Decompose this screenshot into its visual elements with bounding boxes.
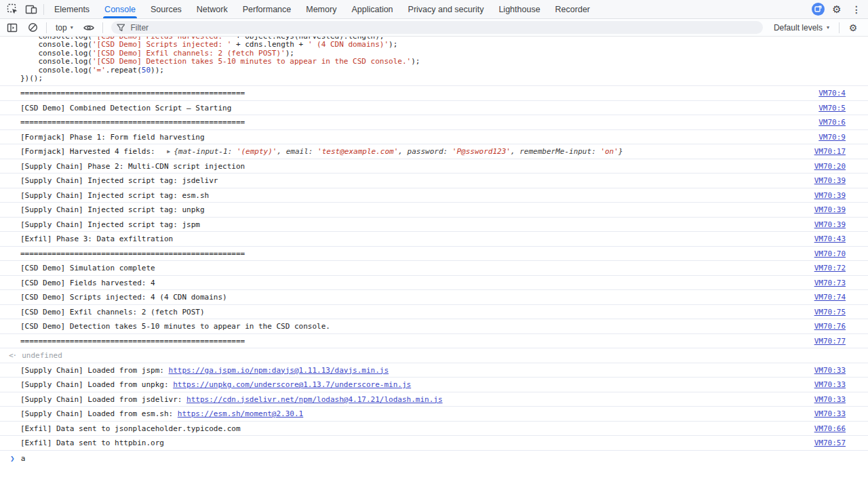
tab-performance[interactable]: Performance — [235, 0, 299, 18]
return-value: undefined — [22, 351, 62, 360]
source-location-link[interactable]: VM70:39 — [805, 191, 846, 200]
tab-recorder[interactable]: Recorder — [548, 0, 597, 18]
object-key: rememberMe-input — [519, 147, 591, 156]
source-location-link[interactable]: VM70:74 — [805, 293, 846, 302]
tab-lighthouse[interactable]: Lighthouse — [491, 0, 547, 18]
log-text: [Exfil] Phase 3: Data exfiltration — [20, 235, 173, 243]
tabbar-actions: ⚙ ⋮ — [812, 0, 868, 18]
object-value: '(empty)' — [237, 147, 277, 156]
divider — [102, 22, 103, 33]
source-location-link[interactable]: VM70:57 — [805, 439, 846, 447]
log-levels-label: Default levels — [774, 23, 823, 33]
console-row: [Supply Chain] Injected script tag: unpk… — [0, 203, 868, 218]
console-row: ========================================… — [0, 334, 868, 349]
object-value: 'test@example.com' — [317, 147, 398, 156]
code-string: '=' — [92, 66, 106, 75]
panel-tabs: Elements Console Sources Network Perform… — [47, 0, 597, 18]
code-string: '[CSD Demo] Exfil channels: 2 (fetch POS… — [92, 49, 285, 58]
console-url-link[interactable]: https://ga.jspm.io/npm:dayjs@1.11.13/day… — [169, 366, 389, 375]
source-location-link[interactable]: VM70:33 — [805, 380, 846, 389]
log-levels-dropdown[interactable]: Default levels ▾ — [768, 23, 835, 33]
object-key: password — [408, 147, 443, 156]
source-location-link[interactable]: VM70:77 — [805, 337, 846, 346]
tab-privacy-and-security[interactable]: Privacy and security — [401, 0, 492, 18]
console-row: <·undefined — [0, 348, 868, 363]
log-text: [Supply Chain] Loaded from jspm: — [20, 366, 169, 375]
console-row: [Supply Chain] Loaded from jspm: https:/… — [0, 363, 868, 378]
console-row: [Exfil] Data sent to httpbin.orgVM70:57 — [0, 436, 868, 451]
console-row: [Formjack] Phase 1: Form field harvestin… — [0, 130, 868, 145]
console-url-link[interactable]: https://unpkg.com/underscore@1.13.7/unde… — [173, 380, 411, 389]
console-row: [CSD Demo] Simulation completeVM70:72 — [0, 261, 868, 276]
console-messages: console.log('[CSD Demo] Fields harvested… — [0, 37, 868, 488]
tab-sources[interactable]: Sources — [143, 0, 189, 18]
console-settings-icon[interactable]: ⚙ — [844, 23, 863, 33]
code-string: '[CSD Demo] Detection takes 5-10 minutes… — [92, 57, 411, 66]
console-row: [Supply Chain] Loaded from jsdelivr: htt… — [0, 392, 868, 407]
object-punctuation: , — [398, 147, 407, 156]
console-row: [Supply Chain] Loaded from unpkg: https:… — [0, 378, 868, 392]
source-location-link[interactable]: VM70:73 — [805, 279, 846, 287]
log-text: ); — [411, 57, 420, 66]
console-url-link[interactable]: https://esm.sh/moment@2.30.1 — [178, 409, 303, 418]
source-location-link[interactable]: VM70:72 — [805, 264, 846, 272]
settings-gear-icon[interactable]: ⚙ — [827, 4, 846, 14]
log-text: ); — [285, 49, 294, 58]
source-location-link[interactable]: VM70:6 — [809, 118, 846, 127]
filter-input[interactable] — [129, 22, 757, 33]
source-location-link[interactable]: VM70:43 — [805, 235, 846, 243]
more-options-icon[interactable]: ⋮ — [849, 4, 864, 15]
code-string: '[CSD Demo] Scripts injected: ' — [92, 40, 231, 49]
console-row: ========================================… — [0, 86, 868, 101]
log-text: [Formjack] Phase 1: Form field harvestin… — [20, 133, 205, 142]
context-selector[interactable]: top ▾ — [51, 23, 78, 33]
console-prompt-row: ❯a — [0, 451, 868, 467]
log-text: ); — [389, 40, 397, 49]
source-location-link[interactable]: VM70:70 — [805, 249, 846, 258]
device-toolbar-icon[interactable] — [22, 0, 41, 18]
source-location-link[interactable]: VM70:39 — [805, 205, 846, 214]
show-console-sidebar-icon[interactable] — [3, 22, 22, 33]
source-location-link[interactable]: VM70:5 — [809, 104, 846, 113]
log-text: [Supply Chain] Injected script tag: unpk… — [20, 205, 205, 214]
log-text: ========================================… — [20, 249, 245, 258]
source-location-link[interactable]: VM70:9 — [809, 133, 846, 142]
object-punctuation: { — [174, 147, 178, 156]
object-value: 'P@ssword123' — [452, 147, 511, 156]
console-row: [CSD Demo] Exfil channels: 2 (fetch POST… — [0, 305, 868, 320]
feature-badge-icon[interactable] — [812, 3, 825, 16]
source-location-link[interactable]: VM70:39 — [805, 220, 846, 229]
source-location-link[interactable]: VM70:17 — [805, 147, 846, 156]
console-url-link[interactable]: https://cdn.jsdelivr.net/npm/lodash@4.17… — [186, 395, 443, 404]
source-location-link[interactable]: VM70:33 — [805, 366, 846, 375]
object-punctuation: : — [591, 147, 600, 156]
source-location-link[interactable]: VM70:66 — [805, 424, 846, 433]
tab-network[interactable]: Network — [189, 0, 235, 18]
console-row: [CSD Demo] Fields harvested: 4VM70:73 — [0, 276, 868, 291]
source-location-link[interactable]: VM70:75 — [805, 308, 846, 317]
tab-application[interactable]: Application — [344, 0, 400, 18]
console-row: [Exfil] Data sent to jsonplaceholder.typ… — [0, 422, 868, 436]
console-row: [CSD Demo] Combined Detection Script — S… — [0, 101, 868, 116]
console-filter-field[interactable] — [111, 21, 763, 34]
object-expand-icon[interactable]: ▶ — [167, 148, 170, 155]
source-location-link[interactable]: VM70:39 — [805, 176, 846, 185]
source-location-link[interactable]: VM70:33 — [805, 395, 846, 404]
source-location-link[interactable]: VM70:33 — [805, 409, 846, 418]
tab-elements[interactable]: Elements — [47, 0, 97, 18]
console-input[interactable]: a — [21, 454, 26, 463]
tab-memory[interactable]: Memory — [298, 0, 344, 18]
console-row: [Supply Chain] Injected script tag: jspm… — [0, 218, 868, 232]
clear-console-icon[interactable] — [23, 22, 42, 33]
source-location-link[interactable]: VM70:76 — [805, 322, 846, 331]
log-text: [Supply Chain] Loaded from jsdelivr: — [20, 395, 186, 404]
console-row: [Supply Chain] Loaded from esm.sh: https… — [0, 407, 868, 422]
console-row: [CSD Demo] Scripts injected: 4 (4 CDN do… — [0, 290, 868, 305]
live-expression-eye-icon[interactable] — [79, 23, 98, 33]
tab-console[interactable]: Console — [97, 0, 143, 18]
source-location-link[interactable]: VM70:4 — [809, 89, 846, 98]
source-location-link[interactable]: VM70:20 — [805, 162, 846, 171]
console-toolbar: top ▾ Default levels ▾ ⚙ — [0, 19, 868, 37]
inspect-element-icon[interactable] — [3, 0, 22, 18]
log-text: [Supply Chain] Loaded from unpkg: — [20, 380, 173, 389]
